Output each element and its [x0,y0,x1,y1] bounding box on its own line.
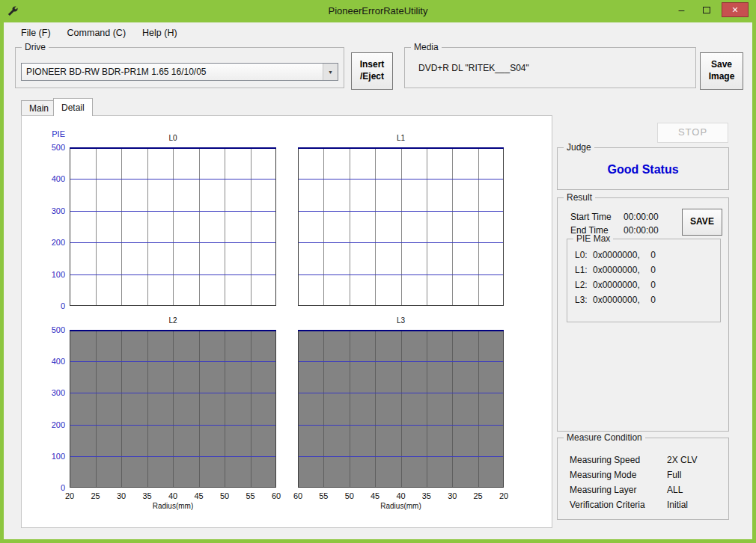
x-tick-label: 20 [499,491,508,500]
y-tick-label: 200 [34,238,65,247]
chart-title-l1: L1 [298,134,504,142]
x-tick-label: 55 [319,491,328,500]
result-groupbox: Result Start Time 00:00:00 End Time 00:0… [557,197,729,432]
x-tick-label: 60 [272,491,281,500]
judge-group-label: Judge [564,142,594,153]
x-tick-label: 25 [91,491,100,500]
x-tick-label: 55 [246,491,254,500]
x-tick-label: 35 [142,491,151,500]
insert-eject-label: Insert /Eject [360,59,385,82]
y-tick-label: 400 [34,357,65,366]
measure-row-label: Measuring Layer [570,485,636,495]
save-button[interactable]: SAVE [682,209,722,236]
measure-row-label: Measuring Mode [570,470,636,480]
plot-l3 [298,330,504,488]
pie-max-groupbox: PIE Max L0: 0x0000000, 0 L1: 0x0000000, … [567,239,721,322]
measure-condition-group-label: Measure Condition [564,432,645,443]
chevron-down-icon[interactable]: ▼ [323,64,338,80]
detail-tab-page: PIE L0L1L2202530354045505560Radius(mm)L3… [21,115,552,528]
chart-title-l3: L3 [298,316,504,325]
x-axis-label: Radius(mm) [298,502,504,510]
y-tick-label: 300 [34,388,65,397]
x-tick-label: 40 [168,491,177,500]
pie-max-group-label: PIE Max [573,233,613,244]
x-tick-label: 40 [396,491,405,500]
x-tick-label: 35 [422,491,431,500]
x-tick-label: 20 [65,491,74,500]
measure-row-label: Verification Criteria [570,500,645,510]
maximize-icon [703,7,710,13]
pie-max-row-label: L0: [575,250,588,260]
x-tick-label: 50 [220,491,229,500]
y-tick-label: 100 [34,270,65,279]
titlebar: PioneerErrorRateUtility – × [0,0,756,22]
media-groupbox: Media DVD+R DL "RITEK___S04" [404,47,696,88]
tab-detail[interactable]: Detail [53,98,93,116]
x-tick-label: 25 [474,491,483,500]
measure-row-label: Measuring Speed [570,455,640,465]
start-time-label: Start Time [570,212,612,222]
y-tick-label: 0 [34,483,65,492]
pie-max-row-hex: 0x0000000, [593,280,640,290]
x-tick-label: 45 [194,491,203,500]
window-controls: – × [672,2,749,17]
menu-file[interactable]: File (F) [13,25,59,41]
x-tick-label: 60 [293,491,302,500]
judge-groupbox: Judge Good Status [557,147,729,190]
y-tick-label: 100 [34,452,65,461]
pie-max-row-label: L3: [575,295,588,305]
menu-command[interactable]: Command (C) [59,25,135,41]
chart-title-l0: L0 [70,134,276,142]
plot-l0 [70,147,276,306]
pie-max-row-hex: 0x0000000, [593,250,640,260]
save-image-label: Save Image [709,59,735,82]
pie-max-row-hex: 0x0000000, [593,265,640,275]
end-time-value: 00:00:00 [624,225,659,236]
measure-row-value: Initial [667,500,688,510]
x-tick-label: 50 [345,491,354,500]
x-axis-label: Radius(mm) [70,502,276,510]
insert-eject-button[interactable]: Insert /Eject [351,52,393,90]
media-value: DVD+R DL "RITEK___S04" [418,63,529,73]
y-tick-label: 500 [34,325,65,334]
drive-selected-value: PIONEER BD-RW BDR-PR1M 1.65 16/10/05 [22,67,323,77]
pie-max-row-value: 0 [638,265,656,275]
chart-title-l2: L2 [70,316,276,325]
y-tick-label: 500 [34,143,65,152]
drive-combobox[interactable]: PIONEER BD-RW BDR-PR1M 1.65 16/10/05 ▼ [21,63,338,81]
pie-max-row-value: 0 [638,295,656,305]
menubar: File (F) Command (C) Help (H) [4,22,752,43]
media-group-label: Media [411,42,442,52]
judge-status: Good Status [558,163,728,177]
app-window: PioneerErrorRateUtility – × File (F) Com… [0,0,756,543]
measure-row-value: ALL [667,485,683,495]
y-tick-label: 400 [34,174,65,183]
x-tick-label: 30 [117,491,126,500]
pie-max-row-hex: 0x0000000, [593,295,640,305]
plot-l2 [70,330,276,488]
save-image-button[interactable]: Save Image [700,52,743,90]
y-tick-label: 300 [34,206,65,215]
result-group-label: Result [564,192,595,203]
minimize-button[interactable]: – [672,2,691,17]
measure-condition-groupbox: Measure Condition Measuring Speed 2X CLV… [557,438,729,520]
pie-max-row-label: L2: [575,280,588,290]
stop-button[interactable]: STOP [657,123,728,143]
x-tick-label: 45 [371,491,379,500]
close-button[interactable]: × [722,2,749,17]
menu-help[interactable]: Help (H) [134,25,186,41]
drive-group-label: Drive [22,42,49,52]
measure-row-value: Full [667,470,681,480]
start-time-value: 00:00:00 [624,212,659,222]
pie-max-row-value: 0 [638,280,656,290]
plot-l1 [298,147,504,306]
maximize-button[interactable] [697,2,716,17]
chart-canvas: L0L1L2202530354045505560Radius(mm)L36055… [22,116,552,527]
tab-main[interactable]: Main [21,100,57,116]
window-title: PioneerErrorRateUtility [0,5,756,16]
pie-max-row-label: L1: [575,265,588,275]
x-tick-label: 30 [448,491,457,500]
y-tick-label: 200 [34,420,65,429]
pie-max-row-value: 0 [638,250,656,260]
measure-row-value: 2X CLV [667,455,697,465]
